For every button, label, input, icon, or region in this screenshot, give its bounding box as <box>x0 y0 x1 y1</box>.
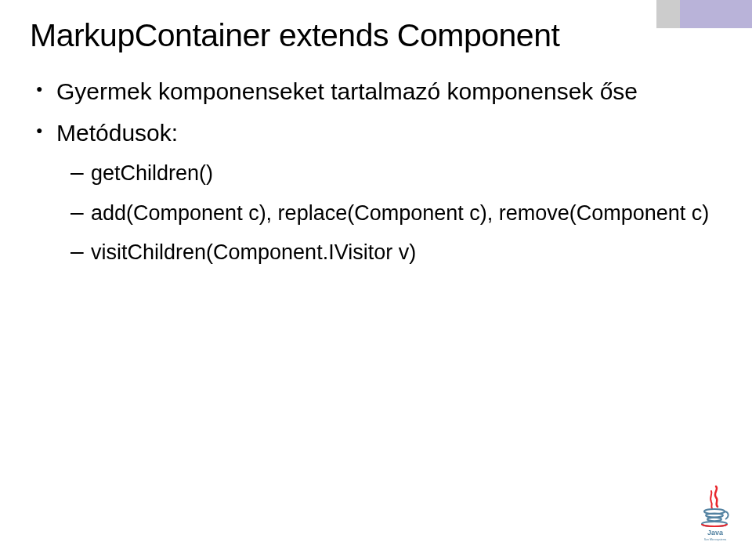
java-logo-icon: Java Sun Microsystems <box>697 483 733 543</box>
bullet-item: Gyermek komponenseket tartalmazó kompone… <box>36 76 722 107</box>
sub-item-text: visitChildren(Component.IVisitor v) <box>91 240 416 264</box>
bullet-text: Gyermek komponenseket tartalmazó kompone… <box>56 78 638 104</box>
svg-text:Sun Microsystems: Sun Microsystems <box>704 538 727 541</box>
accent-purple-block <box>680 0 752 28</box>
sub-item-text: getChildren() <box>91 161 213 185</box>
bullet-list: Gyermek komponenseket tartalmazó kompone… <box>30 76 722 266</box>
sub-item-text: add(Component c), replace(Component c), … <box>91 201 709 225</box>
accent-gray-block <box>656 0 680 28</box>
sub-item: visitChildren(Component.IVisitor v) <box>70 238 722 266</box>
sub-item: getChildren() <box>70 159 722 187</box>
svg-text:Java: Java <box>707 529 724 537</box>
slide-title: MarkupContainer extends Component <box>30 17 722 54</box>
bullet-text: Metódusok: <box>56 120 178 146</box>
sub-item: add(Component c), replace(Component c), … <box>70 199 722 227</box>
top-accent-bar <box>656 0 752 28</box>
bullet-item: Metódusok: getChildren() add(Component c… <box>36 117 722 266</box>
sub-list: getChildren() add(Component c), replace(… <box>56 159 722 266</box>
svg-point-2 <box>707 518 721 521</box>
slide-content: MarkupContainer extends Component Gyerme… <box>0 0 752 294</box>
svg-point-1 <box>706 514 723 518</box>
